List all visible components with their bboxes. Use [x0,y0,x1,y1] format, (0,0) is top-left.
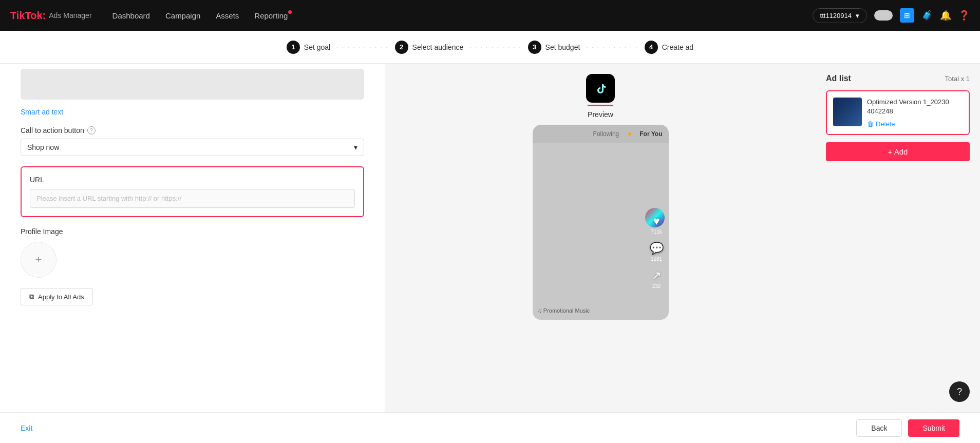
step-dots-3: · · · · · · · · · · [586,44,638,51]
profile-image-group: Profile Image + [21,227,364,278]
copy-icon: ⧉ [29,293,34,301]
help-circle-icon[interactable]: ❓ [958,10,970,21]
trash-icon: 🗑 [867,120,874,128]
toggle-switch[interactable] [874,10,893,21]
following-text: Following [593,130,619,138]
url-input[interactable] [30,189,355,208]
ad-delete-button[interactable]: 🗑 Delete [867,120,963,128]
step-dots-1: · · · · · · · · · · [336,44,388,51]
step-3: 3 Set budget [528,41,580,54]
ad-thumbnail [833,98,862,126]
bottom-bar: Exit Back Submit [0,412,980,443]
logo-ads-manager: Ads Manager [49,11,91,20]
step-3-label: Set budget [545,43,580,51]
dot-yellow [628,132,631,136]
step-4-circle: 4 [645,41,658,54]
step-2-label: Select audience [412,43,464,51]
comment-count: 1281 [651,256,662,262]
top-navigation: TikTok: Ads Manager Dashboard Campaign A… [0,0,980,31]
step-dots-2: · · · · · · · · · · [469,44,521,51]
tiktok-app-icon [586,74,615,103]
center-panel: Preview Following For You ♥ 711k 💬 1281 [385,64,816,412]
share-icon: ↗ [652,269,661,282]
preview-underline [588,105,613,106]
profile-image-label: Profile Image [21,227,364,236]
nav-right: ttt1120914 ▾ ⊞ 🧳 🔔 ❓ [813,8,970,23]
account-selector[interactable]: ttt1120914 ▾ [813,8,867,23]
step-2: 2 Select audience [395,41,464,54]
step-1: 1 Set goal [287,41,330,54]
step-3-circle: 3 [528,41,541,54]
preview-label: Preview [588,110,613,119]
right-panel: Ad list Total x 1 Optimized Version 1_20… [816,64,980,412]
like-action: ♥ 711k [651,215,662,235]
profile-image-upload[interactable]: + [21,242,56,278]
url-section: URL [21,166,364,217]
nav-assets[interactable]: Assets [216,11,239,20]
step-1-label: Set goal [304,43,330,51]
nav-links: Dashboard Campaign Assets Reporting [112,11,288,20]
bottom-actions: Back Submit [856,419,959,437]
step-1-circle: 1 [287,41,300,54]
help-bubble[interactable]: ? [949,381,970,402]
cta-label: Call to action button ? [21,126,364,134]
ad-item: Optimized Version 1_20230 4042248 🗑 Dele… [826,90,970,135]
briefcase-icon[interactable]: 🧳 [921,10,933,21]
add-ad-button[interactable]: + Add [826,142,970,161]
main-content: Smart ad text Call to action button ? Sh… [0,64,980,412]
submit-button[interactable]: Submit [908,419,959,437]
ad-list-header: Ad list Total x 1 [826,74,970,83]
step-4-label: Create ad [662,43,693,51]
exit-link[interactable]: Exit [21,424,32,432]
comment-action: 💬 1281 [650,242,664,262]
logo-tiktok: TikTok: [10,10,46,22]
grid-icon[interactable]: ⊞ [900,8,914,23]
ad-info: Optimized Version 1_20230 4042248 🗑 Dele… [867,98,963,128]
ad-name: Optimized Version 1_20230 4042248 [867,98,963,116]
for-you-text: For You [639,130,662,138]
ad-list-total: Total x 1 [945,75,970,83]
ad-list-title: Ad list [826,74,851,83]
smart-ad-text-link[interactable]: Smart ad text [21,108,364,116]
nav-reporting[interactable]: Reporting [254,11,288,20]
apply-to-all-ads-button[interactable]: ⧉ Apply to All Ads [21,288,93,305]
phone-top-bar: Following For You [533,125,669,143]
share-action: ↗ 232 [652,269,661,289]
logo: TikTok: Ads Manager [10,10,92,22]
cta-select[interactable]: Shop now ▾ [21,139,364,156]
heart-icon: ♥ [653,215,659,228]
like-count: 711k [651,229,662,235]
back-button[interactable]: Back [856,419,902,437]
share-count: 232 [652,283,661,289]
phone-side-actions: ♥ 711k 💬 1281 ↗ 232 [650,215,664,289]
ad-thumb-image [833,98,862,126]
nav-left: TikTok: Ads Manager Dashboard Campaign A… [10,10,288,22]
left-panel: Smart ad text Call to action button ? Sh… [0,64,385,412]
tiktok-svg [592,80,609,97]
ad-preview-banner [21,69,364,100]
preview-container: Preview Following For You ♥ 711k 💬 1281 [533,74,669,320]
cta-help-icon[interactable]: ? [87,126,96,134]
music-bar: ♫ Promotional Music [538,307,590,314]
comment-icon: 💬 [650,242,664,255]
url-label: URL [30,176,355,184]
cta-group: Call to action button ? Shop now ▾ [21,126,364,156]
nav-dashboard[interactable]: Dashboard [112,11,150,20]
notification-icon[interactable]: 🔔 [940,10,951,21]
phone-preview: Following For You ♥ 711k 💬 1281 ↗ [533,125,669,320]
step-4: 4 Create ad [645,41,693,54]
progress-steps: 1 Set goal · · · · · · · · · · 2 Select … [0,31,980,64]
step-2-circle: 2 [395,41,408,54]
nav-campaign[interactable]: Campaign [165,11,200,20]
